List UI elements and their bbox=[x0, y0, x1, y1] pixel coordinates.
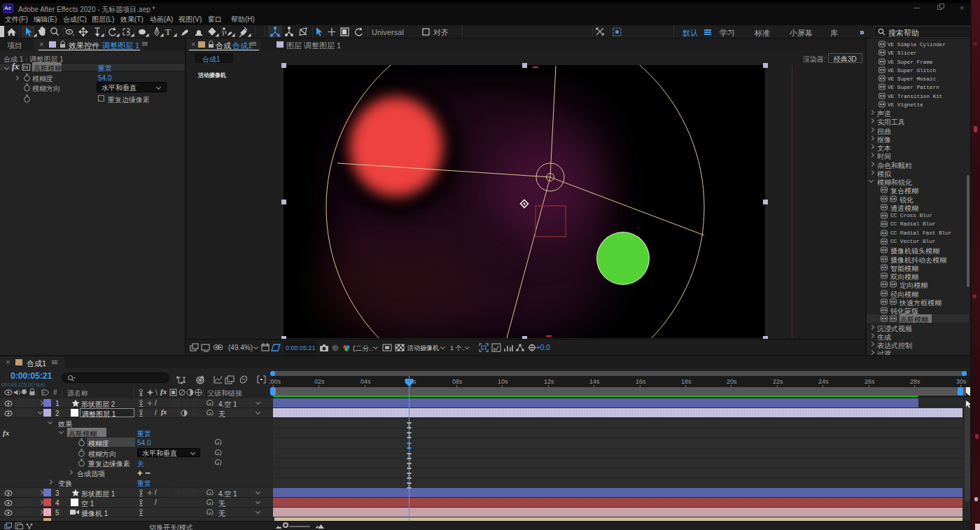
svg-text:Universal: Universal bbox=[372, 28, 404, 36]
svg-text:T: T bbox=[165, 27, 171, 37]
svg-text:对齐: 对齐 bbox=[433, 28, 449, 36]
